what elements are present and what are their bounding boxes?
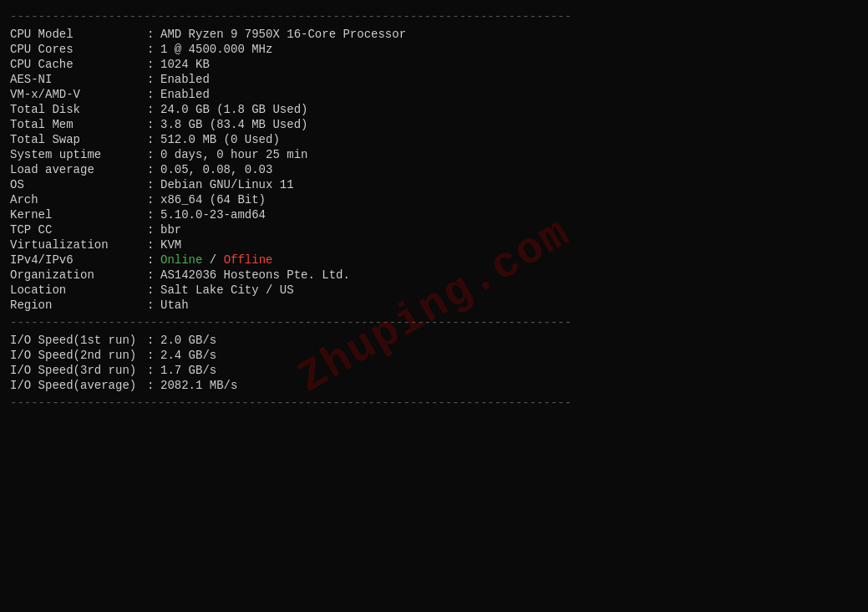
table-row: Virtualization:KVM xyxy=(10,237,858,252)
bottom-divider: ----------------------------------------… xyxy=(10,396,858,410)
table-row: Total Swap:512.0 MB (0 Used) xyxy=(10,132,858,147)
row-value: 0 days, 0 hour 25 min xyxy=(160,147,858,162)
row-colon: : xyxy=(144,87,160,102)
row-label: Virtualization xyxy=(10,237,144,252)
row-label: VM-x/AMD-V xyxy=(10,87,144,102)
row-label: Total Swap xyxy=(10,132,144,147)
row-value: Salt Lake City / US xyxy=(160,283,858,298)
table-row: System uptime:0 days, 0 hour 25 min xyxy=(10,147,858,162)
row-label: Arch xyxy=(10,192,144,207)
table-row: AES-NI:Enabled xyxy=(10,72,858,87)
row-value: 2.4 GB/s xyxy=(160,348,858,363)
row-value: 2.0 GB/s xyxy=(160,333,858,348)
table-row: OS:Debian GNU/Linux 11 xyxy=(10,177,858,192)
row-label: Location xyxy=(10,283,144,298)
row-label: Kernel xyxy=(10,207,144,222)
row-value: bbr xyxy=(160,222,858,237)
table-row: Region:Utah xyxy=(10,298,858,313)
row-colon: : xyxy=(144,283,160,298)
row-colon: : xyxy=(144,177,160,192)
row-colon: : xyxy=(144,162,160,177)
row-colon: : xyxy=(144,117,160,132)
row-label: System uptime xyxy=(10,147,144,162)
row-label: CPU Cores xyxy=(10,42,144,57)
row-colon: : xyxy=(144,268,160,283)
row-value: KVM xyxy=(160,237,858,252)
table-row: IPv4/IPv6:Online / Offline xyxy=(10,252,858,268)
table-row: VM-x/AMD-V:Enabled xyxy=(10,87,858,102)
row-label: Region xyxy=(10,298,144,313)
row-colon: : xyxy=(144,333,160,348)
row-colon: : xyxy=(144,102,160,117)
row-colon: : xyxy=(144,42,160,57)
row-colon: : xyxy=(144,222,160,237)
row-value: AMD Ryzen 9 7950X 16-Core Processor xyxy=(160,27,858,42)
row-colon: : xyxy=(144,348,160,363)
row-colon: : xyxy=(144,237,160,252)
table-row: Arch:x86_64 (64 Bit) xyxy=(10,192,858,207)
row-value: 512.0 MB (0 Used) xyxy=(160,132,858,147)
table-row: CPU Cache:1024 KB xyxy=(10,57,858,72)
row-colon: : xyxy=(144,207,160,222)
table-row: TCP CC:bbr xyxy=(10,222,858,237)
system-info-table: CPU Model:AMD Ryzen 9 7950X 16-Core Proc… xyxy=(10,27,858,313)
table-row: Kernel:5.10.0-23-amd64 xyxy=(10,207,858,222)
row-label: Organization xyxy=(10,268,144,283)
row-colon: : xyxy=(144,57,160,72)
row-value: 24.0 GB (1.8 GB Used) xyxy=(160,102,858,117)
ipv4-status: Online xyxy=(160,253,202,267)
row-colon: : xyxy=(144,363,160,378)
row-colon: : xyxy=(144,72,160,87)
table-row: Location:Salt Lake City / US xyxy=(10,283,858,298)
row-label: TCP CC xyxy=(10,222,144,237)
row-label: AES-NI xyxy=(10,72,144,87)
table-row: Total Mem:3.8 GB (83.4 MB Used) xyxy=(10,117,858,132)
row-colon: : xyxy=(144,192,160,207)
row-value: x86_64 (64 Bit) xyxy=(160,192,858,207)
row-label: I/O Speed(2nd run) xyxy=(10,348,144,363)
table-row: Total Disk:24.0 GB (1.8 GB Used) xyxy=(10,102,858,117)
row-colon: : xyxy=(144,298,160,313)
row-value: Utah xyxy=(160,298,858,313)
row-label: Total Mem xyxy=(10,117,144,132)
row-value: 1024 KB xyxy=(160,57,858,72)
row-colon: : xyxy=(144,378,160,393)
row-label: IPv4/IPv6 xyxy=(10,252,144,268)
row-value: 5.10.0-23-amd64 xyxy=(160,207,858,222)
row-value: 2082.1 MB/s xyxy=(160,378,858,393)
row-value: Online / Offline xyxy=(160,252,858,268)
row-label: I/O Speed(1st run) xyxy=(10,333,144,348)
row-label: I/O Speed(average) xyxy=(10,378,144,393)
table-row: I/O Speed(2nd run):2.4 GB/s xyxy=(10,348,858,363)
row-colon: : xyxy=(144,252,160,268)
row-value: 0.05, 0.08, 0.03 xyxy=(160,162,858,177)
row-label: Total Disk xyxy=(10,102,144,117)
terminal-output: ----------------------------------------… xyxy=(10,10,858,410)
row-label: Load average xyxy=(10,162,144,177)
middle-divider: ----------------------------------------… xyxy=(10,316,858,329)
table-row: Load average:0.05, 0.08, 0.03 xyxy=(10,162,858,177)
table-row: CPU Cores:1 @ 4500.000 MHz xyxy=(10,42,858,57)
ip-separator: / xyxy=(202,253,223,267)
table-row: Organization:AS142036 Hosteons Pte. Ltd. xyxy=(10,268,858,283)
row-colon: : xyxy=(144,27,160,42)
top-divider: ----------------------------------------… xyxy=(10,10,858,23)
row-value: AS142036 Hosteons Pte. Ltd. xyxy=(160,268,858,283)
row-colon: : xyxy=(144,147,160,162)
table-row: I/O Speed(1st run):2.0 GB/s xyxy=(10,333,858,348)
table-row: CPU Model:AMD Ryzen 9 7950X 16-Core Proc… xyxy=(10,27,858,42)
row-value: Enabled xyxy=(160,72,858,87)
row-label: I/O Speed(3rd run) xyxy=(10,363,144,378)
row-colon: : xyxy=(144,132,160,147)
row-value: Debian GNU/Linux 11 xyxy=(160,177,858,192)
row-value: Enabled xyxy=(160,87,858,102)
row-label: CPU Model xyxy=(10,27,144,42)
row-value: 1.7 GB/s xyxy=(160,363,858,378)
row-value: 3.8 GB (83.4 MB Used) xyxy=(160,117,858,132)
ipv6-status: Offline xyxy=(224,253,273,267)
table-row: I/O Speed(average):2082.1 MB/s xyxy=(10,378,858,393)
row-value: 1 @ 4500.000 MHz xyxy=(160,42,858,57)
row-label: CPU Cache xyxy=(10,57,144,72)
table-row: I/O Speed(3rd run):1.7 GB/s xyxy=(10,363,858,378)
io-speed-table: I/O Speed(1st run):2.0 GB/sI/O Speed(2nd… xyxy=(10,333,858,393)
